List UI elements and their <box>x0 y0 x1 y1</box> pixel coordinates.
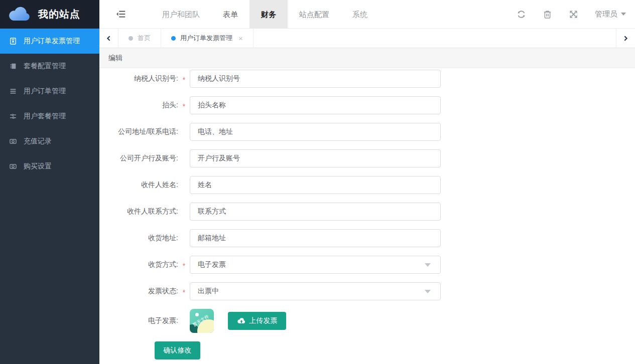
delivery-address-label: 收货地址: <box>99 234 178 243</box>
select-value: 电子发票 <box>198 260 226 269</box>
tabs-scroll-right-button[interactable] <box>616 29 635 48</box>
sidebar-item-recharge-records[interactable]: 充值记录 <box>0 129 99 154</box>
menu-item-site-config[interactable]: 站点配置 <box>288 0 341 29</box>
tab-label: 首页 <box>138 34 151 43</box>
top-header: 用户和团队 表单 财务 站点配置 系统 管理员 <box>99 0 635 29</box>
taxpayer-id-input[interactable] <box>190 70 441 88</box>
form-row-recipient-name: 收件人姓名: <box>99 176 635 194</box>
caret-down-icon <box>621 13 626 18</box>
logo-bar: 我的站点 <box>0 0 99 29</box>
invoice-status-select[interactable]: 出票中 <box>190 282 441 300</box>
sidebar-item-label: 用户订单管理 <box>24 87 66 96</box>
company-bank-account-input[interactable] <box>190 149 441 167</box>
recipient-name-label: 收件人姓名: <box>99 180 178 190</box>
required-asterisk: * <box>178 260 190 270</box>
sliders-icon <box>9 112 17 120</box>
required-asterisk <box>178 211 190 213</box>
required-asterisk <box>178 320 190 322</box>
file-invoice-icon <box>9 37 17 45</box>
tab-status-dot <box>129 36 133 41</box>
header-actions: 管理员 <box>517 10 635 19</box>
menu-item-finance[interactable]: 财务 <box>249 0 288 29</box>
sidebar-item-user-packages[interactable]: 用户套餐管理 <box>0 104 99 129</box>
delivery-method-label: 收货方式: <box>99 260 178 269</box>
form-row-company-address: 公司地址/联系电话: <box>99 123 635 141</box>
delivery-method-select[interactable]: 电子发票 <box>190 256 441 274</box>
form-row-delivery-address: 收货地址: <box>99 229 635 247</box>
required-asterisk <box>178 131 190 133</box>
recipient-contact-label: 收件人联系方式: <box>99 207 178 216</box>
invoice-status-label: 发票状态: <box>99 287 178 296</box>
sidebar-item-purchase-settings[interactable]: 购买设置 <box>0 154 99 179</box>
invoice-file-thumbnail[interactable]: 暂无文件 <box>190 309 214 333</box>
delivery-address-input[interactable] <box>190 229 441 247</box>
required-asterisk: * <box>178 100 190 110</box>
banknote-icon <box>9 137 17 145</box>
page-toolbar: 编辑 <box>99 48 635 68</box>
sidebar-item-user-orders[interactable]: 用户订单管理 <box>0 79 99 104</box>
trash-icon[interactable] <box>543 10 552 19</box>
collapse-sidebar-icon[interactable] <box>115 9 126 20</box>
sidebar-item-label: 套餐配置管理 <box>24 62 66 71</box>
order-list-icon <box>9 87 17 95</box>
tab-status-dot <box>171 36 176 41</box>
thumbnail-dot <box>195 313 199 316</box>
form-row-invoice-title: 抬头: * <box>99 96 635 114</box>
close-tab-icon[interactable]: × <box>238 34 243 43</box>
caret-down-icon <box>425 290 431 296</box>
tab-bar: 首页 用户订单发票管理 × <box>99 29 635 48</box>
required-asterisk <box>178 157 190 159</box>
form-row-einvoice-upload: 电子发票: 暂无文件 上传发票 <box>99 309 635 333</box>
app-title: 我的站点 <box>38 8 80 21</box>
taxpayer-id-label: 纳税人识别号: <box>99 74 178 83</box>
sidebar-item-label: 用户订单发票管理 <box>24 37 80 46</box>
admin-dropdown[interactable]: 管理员 <box>595 10 626 19</box>
sidebar: 我的站点 用户订单发票管理 套餐配置管理 用户订单管理 用户套餐管理 充值记录 <box>0 0 99 364</box>
sidebar-item-label: 充值记录 <box>24 137 52 146</box>
refresh-icon[interactable] <box>517 10 526 19</box>
page-title: 编辑 <box>108 54 122 63</box>
required-asterisk <box>178 184 190 186</box>
form-row-taxpayer-id: 纳税人识别号: * <box>99 70 635 88</box>
tab-user-order-invoice[interactable]: 用户订单发票管理 × <box>161 29 253 48</box>
menu-item-forms[interactable]: 表单 <box>211 0 249 29</box>
company-address-phone-input[interactable] <box>190 123 441 141</box>
sidebar-item-package-config[interactable]: 套餐配置管理 <box>0 54 99 79</box>
menu-item-users-teams[interactable]: 用户和团队 <box>151 0 211 29</box>
tab-home[interactable]: 首页 <box>118 29 161 48</box>
recipient-name-input[interactable] <box>190 176 441 194</box>
tabs-scroll-left-button[interactable] <box>99 29 118 48</box>
sidebar-item-user-order-invoice[interactable]: 用户订单发票管理 <box>0 29 99 54</box>
recipient-contact-input[interactable] <box>190 203 441 221</box>
top-menu: 用户和团队 表单 财务 站点配置 系统 <box>151 0 379 29</box>
admin-label: 管理员 <box>595 10 617 19</box>
einvoice-label: 电子发票: <box>99 316 178 325</box>
caret-down-icon <box>425 263 431 270</box>
fullscreen-icon[interactable] <box>569 10 578 19</box>
banknote-icon <box>9 162 17 170</box>
required-asterisk <box>178 237 190 239</box>
upload-button-label: 上传发票 <box>249 316 278 325</box>
invoice-title-input[interactable] <box>190 96 441 114</box>
form-row-delivery-method: 收货方式: * 电子发票 <box>99 256 635 274</box>
company-address-label: 公司地址/联系电话: <box>99 127 178 136</box>
package-config-icon <box>9 62 17 70</box>
cloud-upload-icon <box>237 317 246 324</box>
edit-invoice-form: 纳税人识别号: * 抬头: * 公司地址/联系电话: 公司开户行及账号: 收件人… <box>99 68 635 364</box>
form-row-bank-account: 公司开户行及账号: <box>99 149 635 167</box>
required-asterisk: * <box>178 74 190 84</box>
tab-label: 用户订单发票管理 <box>180 34 232 43</box>
select-value: 出票中 <box>198 287 219 296</box>
form-row-invoice-status: 发票状态: * 出票中 <box>99 282 635 300</box>
upload-invoice-button[interactable]: 上传发票 <box>228 312 286 330</box>
required-asterisk: * <box>178 286 190 296</box>
confirm-edit-button[interactable]: 确认修改 <box>155 341 200 359</box>
bank-account-label: 公司开户行及账号: <box>99 154 178 163</box>
form-row-recipient-contact: 收件人联系方式: <box>99 203 635 221</box>
cloud-logo-icon <box>8 6 32 23</box>
sidebar-item-label: 购买设置 <box>24 162 52 171</box>
menu-item-system[interactable]: 系统 <box>341 0 379 29</box>
invoice-title-label: 抬头: <box>99 101 178 110</box>
sidebar-item-label: 用户套餐管理 <box>24 112 66 121</box>
